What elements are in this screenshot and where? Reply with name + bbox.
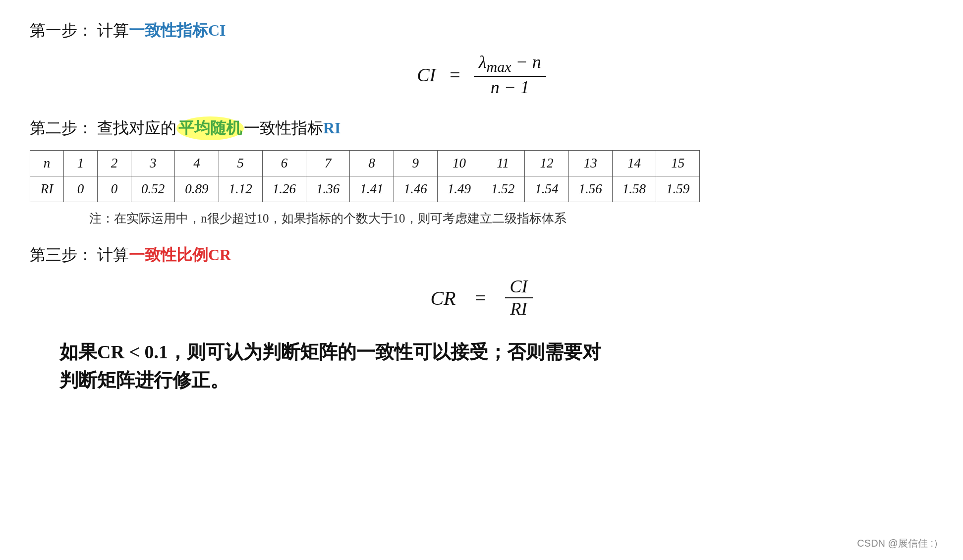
step1-section: 第一步： 计算一致性指标CI CI = λmax − n n − 1 bbox=[30, 20, 933, 99]
table-cell: 4 bbox=[175, 150, 219, 176]
step1-title: 第一步： 计算一致性指标CI bbox=[30, 20, 933, 42]
table-cell: 1.58 bbox=[612, 176, 656, 202]
table-cell: 1.52 bbox=[481, 176, 525, 202]
conclusion-text: 如果CR < 0.1，则可认为判断矩阵的一致性可以接受；否则需要对判断矩阵进行修… bbox=[59, 338, 904, 394]
table-cell: 3 bbox=[131, 150, 175, 176]
step3-title: 第三步： 计算一致性比例CR bbox=[30, 244, 933, 266]
cr-numerator: CI bbox=[505, 276, 533, 299]
step3-label: 第三步： bbox=[30, 246, 93, 264]
table-cell: 9 bbox=[394, 150, 437, 176]
table-cell: 0 bbox=[98, 176, 131, 202]
step2-prefix: 查找对应的 bbox=[97, 119, 176, 137]
table-data-row: RI 0 0 0.52 0.89 1.12 1.26 1.36 1.41 1.4… bbox=[30, 176, 700, 202]
table-cell: 5 bbox=[219, 150, 262, 176]
cr-denominator: RI bbox=[506, 298, 532, 320]
table-cell: 1.46 bbox=[394, 176, 437, 202]
table-cell: RI bbox=[30, 176, 64, 202]
table-cell: 12 bbox=[525, 150, 568, 176]
cr-fraction: CI RI bbox=[505, 276, 533, 320]
table-cell: 1.56 bbox=[568, 176, 612, 202]
table-cell: 0.52 bbox=[131, 176, 175, 202]
table-cell: 1.49 bbox=[437, 176, 481, 202]
table-cell: 0 bbox=[64, 176, 98, 202]
table-cell: 13 bbox=[568, 150, 612, 176]
step3-prefix: 计算 bbox=[97, 246, 129, 264]
ci-numerator: λmax − n bbox=[474, 52, 546, 77]
table-cell: 6 bbox=[262, 150, 306, 176]
table-cell: 10 bbox=[437, 150, 481, 176]
table-cell: n bbox=[30, 150, 64, 176]
table-header-row: n 1 2 3 4 5 6 7 8 9 10 11 12 13 14 15 bbox=[30, 150, 700, 176]
ri-table: n 1 2 3 4 5 6 7 8 9 10 11 12 13 14 15 RI… bbox=[30, 150, 700, 202]
step2-note: 注：在实际运用中，n很少超过10，如果指标的个数大于10，则可考虑建立二级指标体… bbox=[89, 210, 933, 226]
table-cell: 1.59 bbox=[656, 176, 700, 202]
table-cell: 0.89 bbox=[175, 176, 219, 202]
table-cell: 11 bbox=[481, 150, 525, 176]
table-cell: 1.54 bbox=[525, 176, 568, 202]
cr-lhs: CR bbox=[430, 286, 455, 310]
table-cell: 8 bbox=[350, 150, 394, 176]
ci-fraction: λmax − n n − 1 bbox=[474, 52, 546, 99]
ci-denominator: n − 1 bbox=[486, 77, 534, 99]
table-cell: 15 bbox=[656, 150, 700, 176]
step1-label: 第一步： bbox=[30, 21, 93, 39]
table-cell: 14 bbox=[612, 150, 656, 176]
table-cell: 1.41 bbox=[350, 176, 394, 202]
step1-blue: 一致性指标CI bbox=[129, 21, 226, 39]
table-cell: 7 bbox=[306, 150, 350, 176]
watermark: CSDN @展信佳 :） bbox=[857, 537, 943, 550]
table-cell: 1.26 bbox=[262, 176, 306, 202]
step2-suffix: 一致性指标RI bbox=[244, 119, 341, 137]
step3-red: 一致性比例CR bbox=[129, 246, 231, 264]
ci-formula: CI = λmax − n n − 1 bbox=[30, 52, 933, 99]
table-cell: 2 bbox=[98, 150, 131, 176]
step2-green: 平均随机 bbox=[176, 116, 244, 140]
cr-formula: CR = CI RI bbox=[30, 276, 933, 320]
step3-section: 第三步： 计算一致性比例CR CR = CI RI bbox=[30, 244, 933, 320]
table-cell: 1.36 bbox=[306, 176, 350, 202]
table-cell: 1 bbox=[64, 150, 98, 176]
step2-label: 第二步： bbox=[30, 119, 93, 137]
step2-title: 第二步： 查找对应的平均随机一致性指标RI bbox=[30, 116, 933, 140]
table-cell: 1.12 bbox=[219, 176, 262, 202]
step1-prefix: 计算 bbox=[97, 21, 129, 39]
step2-section: 第二步： 查找对应的平均随机一致性指标RI n 1 2 3 4 5 6 7 8 … bbox=[30, 116, 933, 226]
ci-lhs: CI bbox=[417, 64, 436, 86]
